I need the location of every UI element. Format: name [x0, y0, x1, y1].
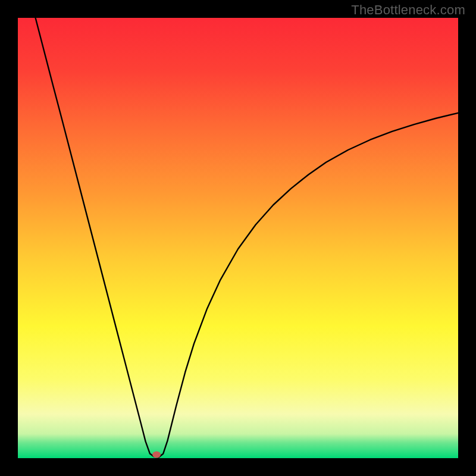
bottleneck-chart: TheBottleneck.com: [0, 0, 476, 476]
chart-gradient-bg: [18, 18, 458, 458]
optimal-point-marker: [152, 452, 161, 458]
chart-svg: [0, 0, 476, 476]
watermark-text: TheBottleneck.com: [351, 2, 465, 18]
